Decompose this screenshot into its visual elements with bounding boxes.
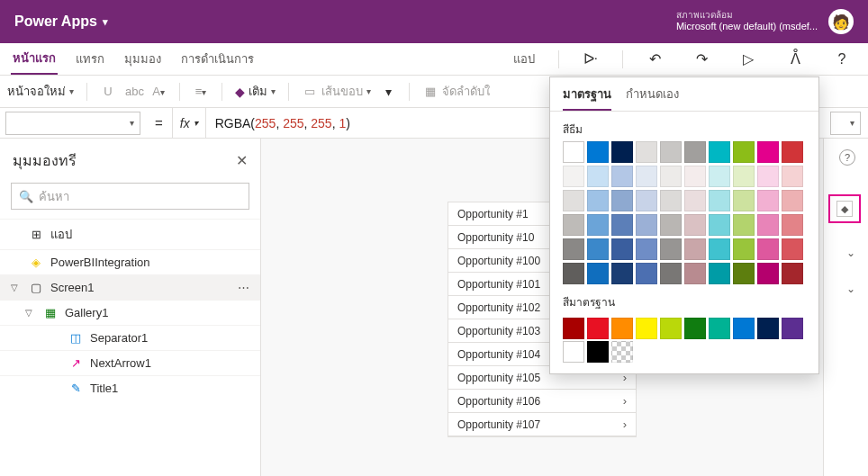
- color-swatch[interactable]: [782, 190, 803, 211]
- chevron-down-icon[interactable]: ⌄: [846, 247, 855, 259]
- color-swatch[interactable]: [733, 238, 755, 260]
- tab-insert[interactable]: แทรก: [74, 44, 106, 74]
- color-swatch[interactable]: [611, 263, 633, 284]
- color-swatch[interactable]: [563, 341, 584, 363]
- property-dropdown[interactable]: ▾: [5, 112, 140, 135]
- expand-icon[interactable]: ▽: [11, 283, 22, 292]
- align-icon[interactable]: ≡▾: [193, 85, 209, 98]
- color-swatch[interactable]: [636, 214, 657, 236]
- color-swatch[interactable]: [757, 141, 779, 163]
- color-swatch[interactable]: [684, 318, 706, 339]
- gallery-row[interactable]: Opportunity #107›: [448, 413, 636, 436]
- color-swatch[interactable]: [757, 263, 779, 284]
- color-swatch[interactable]: [636, 263, 657, 284]
- info-icon[interactable]: ?: [839, 149, 855, 166]
- color-swatch[interactable]: [563, 238, 584, 260]
- app-checker-icon[interactable]: ᐓ: [575, 50, 606, 67]
- undo-icon[interactable]: ↶: [639, 50, 670, 67]
- reorder-dropdown[interactable]: ▦จัดลำดับใ: [422, 82, 490, 101]
- color-swatch[interactable]: [611, 141, 633, 163]
- color-swatch[interactable]: [563, 166, 584, 187]
- color-swatch[interactable]: [684, 166, 706, 187]
- more-icon[interactable]: ⋯: [238, 281, 249, 294]
- color-swatch[interactable]: [782, 214, 803, 236]
- more-chevron-icon[interactable]: ▾: [380, 85, 396, 99]
- color-swatch[interactable]: [611, 238, 633, 260]
- fill-property-highlight[interactable]: ◆: [828, 194, 861, 223]
- color-swatch[interactable]: [757, 214, 779, 236]
- tree-item-separator1[interactable]: ◫ Separator1: [0, 325, 260, 350]
- color-swatch[interactable]: [636, 141, 657, 163]
- color-swatch[interactable]: [587, 166, 609, 187]
- color-swatch[interactable]: [684, 214, 706, 236]
- redo-icon[interactable]: ↷: [686, 50, 717, 67]
- color-swatch[interactable]: [757, 166, 779, 187]
- tab-home[interactable]: หน้าแรก: [11, 43, 58, 75]
- help-icon[interactable]: ?: [827, 51, 857, 67]
- color-swatch[interactable]: [782, 238, 803, 260]
- color-swatch[interactable]: [757, 238, 779, 260]
- avatar[interactable]: 🧑: [828, 9, 854, 34]
- color-swatch[interactable]: [733, 190, 755, 211]
- tree-item-app[interactable]: ⊞ แอป: [0, 219, 260, 249]
- color-swatch[interactable]: [709, 190, 730, 211]
- color-swatch[interactable]: [733, 318, 755, 339]
- color-swatch[interactable]: [684, 263, 706, 284]
- brand[interactable]: Power Apps ▾: [14, 13, 108, 30]
- color-swatch[interactable]: [660, 141, 682, 163]
- color-swatch[interactable]: [733, 166, 755, 187]
- color-swatch[interactable]: [733, 214, 755, 236]
- color-swatch[interactable]: [684, 238, 706, 260]
- color-swatch[interactable]: [611, 318, 633, 339]
- color-swatch[interactable]: [660, 166, 682, 187]
- color-swatch[interactable]: [636, 238, 657, 260]
- tree-item-nextarrow1[interactable]: ↗ NextArrow1: [0, 350, 260, 375]
- color-swatch[interactable]: [660, 318, 682, 339]
- color-swatch[interactable]: [733, 141, 755, 163]
- color-swatch[interactable]: [782, 263, 803, 284]
- color-swatch[interactable]: [636, 190, 657, 211]
- picker-tab-custom[interactable]: กำหนดเอง: [626, 85, 679, 111]
- color-swatch[interactable]: [684, 190, 706, 211]
- color-swatch[interactable]: [782, 166, 803, 187]
- color-swatch[interactable]: [563, 318, 584, 339]
- color-swatch[interactable]: [636, 318, 657, 339]
- color-swatch[interactable]: [709, 318, 730, 339]
- environment-picker[interactable]: สภาพแวดล้อม Microsoft (new default) (msd…: [676, 10, 818, 32]
- fill-dropdown[interactable]: ◆ เติม▾: [235, 82, 276, 101]
- tab-view[interactable]: มุมมอง: [122, 44, 163, 74]
- color-swatch[interactable]: [757, 318, 779, 339]
- color-swatch[interactable]: [587, 318, 609, 339]
- color-swatch[interactable]: [611, 166, 633, 187]
- formula-expand[interactable]: ▾: [830, 112, 861, 135]
- tree-item-title1[interactable]: ✎ Title1: [0, 375, 260, 400]
- color-swatch[interactable]: [587, 141, 609, 163]
- color-swatch[interactable]: [782, 141, 803, 163]
- color-swatch[interactable]: [611, 214, 633, 236]
- tree-item-gallery1[interactable]: ▽ ▦ Gallery1: [0, 300, 260, 325]
- gallery-row[interactable]: Opportunity #106›: [448, 390, 636, 413]
- color-swatch[interactable]: [587, 263, 609, 284]
- color-swatch[interactable]: [563, 141, 584, 163]
- tree-item-powerbi[interactable]: ◈ PowerBIIntegration: [0, 249, 260, 274]
- color-swatch[interactable]: [709, 263, 730, 284]
- color-swatch[interactable]: [709, 141, 730, 163]
- tab-action[interactable]: การดำเนินการ: [179, 44, 256, 74]
- color-swatch[interactable]: [587, 341, 609, 363]
- close-icon[interactable]: ✕: [236, 152, 248, 169]
- color-swatch[interactable]: [709, 238, 730, 260]
- color-swatch[interactable]: [563, 214, 584, 236]
- color-swatch[interactable]: [563, 190, 584, 211]
- color-swatch[interactable]: [733, 263, 755, 284]
- share-icon[interactable]: ᐰ: [780, 50, 810, 67]
- tree-search-input[interactable]: 🔍 ค้นหา: [11, 183, 249, 210]
- color-swatch[interactable]: [636, 166, 657, 187]
- strike-icon[interactable]: abc: [125, 85, 141, 98]
- color-swatch[interactable]: [660, 214, 682, 236]
- tree-item-screen1[interactable]: ▽ ▢ Screen1 ⋯: [0, 274, 260, 300]
- color-swatch[interactable]: [709, 166, 730, 187]
- chevron-down-icon[interactable]: ⌄: [846, 283, 855, 295]
- color-swatch[interactable]: [757, 190, 779, 211]
- color-swatch[interactable]: [587, 190, 609, 211]
- color-swatch[interactable]: [587, 238, 609, 260]
